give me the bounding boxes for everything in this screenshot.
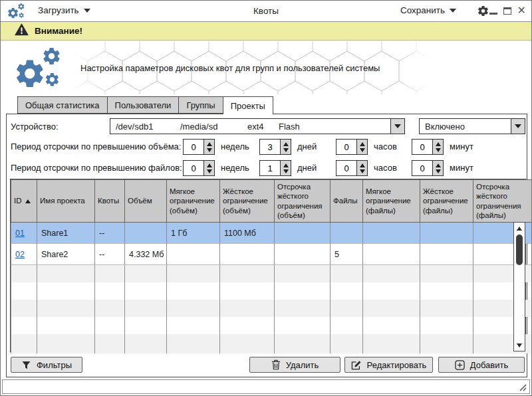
cell-hard-files	[420, 244, 473, 265]
resize-grip[interactable]	[517, 382, 527, 391]
spin-down-icon	[360, 169, 365, 173]
files-weeks-stepper[interactable]	[203, 160, 215, 176]
app-window: Загрузить Квоты Сохранить ✕ Внимание!	[0, 0, 532, 396]
edit-button[interactable]: Редактировать	[344, 357, 433, 373]
device-filesystem: ext4	[242, 122, 273, 132]
tab-general-stats[interactable]: Общая статистика	[17, 96, 107, 114]
hours-unit-label: часов	[374, 142, 397, 151]
save-menu-button[interactable]: Сохранить	[400, 5, 456, 15]
column-header-grace-volume[interactable]: Отсрочка жёсткого ограничения (объём)	[275, 180, 331, 223]
files-minutes-input[interactable]	[412, 160, 432, 176]
grace-volume-label: Период отсрочки по превышению объёма:	[11, 142, 181, 151]
project-id-link[interactable]: 01	[15, 229, 25, 238]
volume-hours-spinner	[336, 139, 368, 155]
hours-unit-label: часов	[374, 163, 397, 173]
filler-row	[11, 265, 532, 282]
tab-groups[interactable]: Группы	[178, 96, 222, 114]
cell-project-name: Share2	[37, 244, 95, 265]
volume-days-input[interactable]	[259, 139, 280, 155]
files-weeks-input[interactable]	[183, 160, 203, 176]
files-hours-stepper[interactable]	[356, 160, 368, 176]
maximize-button[interactable]	[503, 7, 511, 15]
column-header-grace-files[interactable]: Отсрочка жёсткого ограничения (файлы)	[473, 180, 532, 223]
files-hours-input[interactable]	[336, 160, 356, 176]
filters-button[interactable]: Фильтры	[11, 357, 82, 373]
volume-hours-stepper[interactable]	[356, 139, 368, 155]
minimize-button[interactable]	[489, 13, 497, 15]
files-hours-spinner	[336, 160, 368, 176]
quota-state-dropdown-button[interactable]	[511, 119, 525, 134]
cell-hard-files	[420, 223, 473, 244]
spin-up-icon	[207, 163, 212, 167]
titlebar: Загрузить Квоты Сохранить ✕	[1, 1, 531, 22]
quota-state-text: Включено	[420, 122, 465, 132]
column-header-soft-files[interactable]: Мягкое ограничение (файлы)	[363, 180, 420, 223]
tab-users[interactable]: Пользователи	[107, 96, 179, 114]
files-days-stepper[interactable]	[280, 160, 291, 176]
volume-minutes-stepper[interactable]	[432, 139, 444, 155]
delete-button[interactable]: Удалить	[249, 357, 340, 373]
cell-soft-files	[363, 244, 420, 265]
minutes-unit-label: минут	[450, 163, 473, 173]
spin-up-icon	[436, 142, 441, 146]
edit-button-label: Редактировать	[367, 360, 427, 370]
scroll-down-button[interactable]	[514, 340, 525, 350]
vertical-scrollbar[interactable]	[513, 222, 525, 351]
add-button-label: Добавить	[470, 360, 508, 370]
volume-hours-input[interactable]	[336, 139, 356, 155]
delete-button-label: Удалить	[286, 360, 319, 370]
trash-icon	[271, 359, 281, 370]
settings-gear-button[interactable]	[477, 5, 489, 20]
add-button[interactable]: Добавить	[438, 357, 525, 373]
tab-projects[interactable]: Проекты	[223, 96, 273, 114]
files-days-input[interactable]	[259, 160, 280, 176]
column-header-project-name[interactable]: Имя проекта	[37, 180, 95, 223]
grace-files-row: Период отсрочки по превышению файлов: не…	[7, 160, 527, 177]
close-button[interactable]: ✕	[517, 7, 526, 15]
volume-days-spinner	[259, 139, 291, 155]
files-minutes-stepper[interactable]	[432, 160, 444, 176]
volume-weeks-input[interactable]	[183, 139, 203, 155]
cell-volume	[125, 223, 167, 244]
column-header-quotas[interactable]: Квоты	[95, 180, 125, 223]
plus-icon	[455, 360, 465, 370]
scroll-up-button[interactable]	[514, 223, 525, 233]
cell-soft-volume: 1 Гб	[167, 223, 220, 244]
cell-files: 5	[331, 244, 363, 265]
cell-soft-files	[363, 223, 420, 244]
volume-minutes-input[interactable]	[412, 139, 432, 155]
cell-files	[331, 223, 363, 244]
volume-days-stepper[interactable]	[280, 139, 291, 155]
table-row[interactable]: 02 Share2 -- 4.332 Мб 5	[11, 244, 532, 265]
quota-state-select[interactable]: Включено	[419, 118, 525, 134]
column-header-hard-volume[interactable]: Жёсткое ограничение (объём)	[220, 180, 275, 223]
device-select-dropdown-button[interactable]	[390, 119, 404, 134]
volume-weeks-stepper[interactable]	[203, 139, 215, 155]
grace-volume-row: Период отсрочки по превышению объёма: не…	[7, 139, 527, 156]
filler-row	[11, 282, 532, 300]
spin-up-icon	[360, 163, 365, 167]
weeks-unit-label: недель	[221, 163, 249, 173]
filters-button-label: Фильтры	[37, 360, 72, 370]
column-header-id[interactable]: ID	[11, 180, 37, 223]
device-label: Устройство:	[11, 122, 59, 132]
table-header-row: ID Имя проекта Квоты Объём Мягкое ограни…	[11, 180, 532, 223]
cell-quotas: --	[95, 244, 125, 265]
tab-bar: Общая статистика Пользователи Группы Про…	[17, 96, 273, 114]
scrollbar-thumb[interactable]	[516, 235, 523, 265]
column-header-hard-files[interactable]: Жёсткое ограничение (файлы)	[420, 180, 473, 223]
volume-minutes-spinner	[412, 139, 444, 155]
cell-grace-volume	[275, 244, 331, 265]
table-row[interactable]: 01 Share1 -- 1 Гб 1100 Мб	[11, 223, 532, 244]
spin-up-icon	[283, 142, 289, 146]
cell-volume: 4.332 Мб	[125, 244, 167, 265]
edit-pencil-icon	[351, 360, 362, 370]
column-header-soft-volume[interactable]: Мягкое ограничение (объём)	[167, 180, 220, 223]
column-header-volume[interactable]: Объём	[125, 180, 167, 223]
chevron-down-icon	[450, 9, 456, 13]
column-header-files[interactable]: Файлы	[331, 180, 363, 223]
cell-soft-volume	[167, 244, 220, 265]
project-id-link[interactable]: 02	[15, 250, 25, 259]
projects-table: ID Имя проекта Квоты Объём Мягкое ограни…	[10, 179, 526, 352]
device-select[interactable]: /dev/sdb1 /media/sd ext4 Flash	[110, 118, 405, 134]
